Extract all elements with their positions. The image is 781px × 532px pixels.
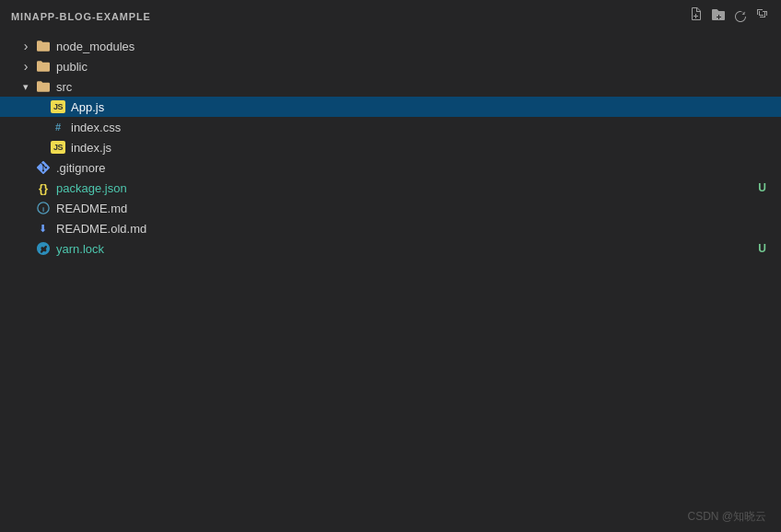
chevron-public — [18, 59, 33, 74]
tree-item-package-json[interactable]: {} package.json U — [0, 178, 781, 198]
package-json-badge: U — [758, 181, 766, 194]
md-old-icon-readme-old: ⬇ — [35, 221, 52, 236]
tree-item-readme-old-md[interactable]: ⬇ README.old.md — [0, 218, 781, 238]
svg-text:i: i — [42, 205, 44, 214]
js-icon-index-js: JS — [50, 140, 66, 155]
readme-md-label: README.md — [56, 202, 781, 215]
css-icon-index-css: # — [50, 120, 66, 134]
yarn-lock-badge: U — [758, 242, 766, 255]
tree-item-yarn-lock[interactable]: yarn.lock U — [0, 238, 781, 259]
tree-item-node-modules[interactable]: node_modules — [0, 36, 781, 56]
tree-item-index-js[interactable]: JS index.js — [0, 137, 781, 157]
json-icon-package-json: {} — [35, 180, 52, 195]
index-js-label: index.js — [71, 141, 781, 155]
svg-text:⬇: ⬇ — [39, 223, 47, 234]
yarn-lock-label: yarn.lock — [56, 242, 758, 256]
app-js-label: App.js — [71, 100, 781, 114]
header-icons — [689, 7, 770, 25]
tree-item-public[interactable]: public — [0, 56, 781, 76]
tree-item-readme-md[interactable]: i README.md — [0, 198, 781, 218]
tree-item-index-css[interactable]: # index.css — [0, 117, 781, 137]
folder-icon-public — [35, 59, 52, 74]
collapse-all-icon[interactable] — [755, 7, 770, 25]
folder-icon-node-modules — [35, 39, 52, 53]
tree-item-gitignore[interactable]: .gitignore — [0, 157, 781, 178]
md-icon-readme: i — [35, 201, 52, 215]
chevron-node-modules — [18, 39, 33, 53]
public-label: public — [56, 60, 781, 74]
new-folder-icon[interactable] — [711, 7, 726, 25]
index-css-label: index.css — [71, 121, 781, 134]
tree-item-app-js[interactable]: JS App.js — [0, 97, 781, 117]
js-icon-app-js: JS — [50, 99, 66, 114]
git-icon-gitignore — [35, 160, 52, 175]
refresh-icon[interactable] — [733, 7, 748, 25]
explorer-title: MINAPP-BLOG-EXAMPLE — [11, 11, 151, 22]
file-tree: node_modules public src JS App.js — [0, 32, 781, 532]
package-json-label: package.json — [56, 181, 758, 195]
chevron-src — [18, 79, 33, 94]
yarn-icon-yarn-lock — [35, 241, 52, 256]
gitignore-label: .gitignore — [56, 161, 781, 175]
tree-item-src[interactable]: src — [0, 76, 781, 97]
explorer-container: MINAPP-BLOG-EXAMPLE — [0, 0, 781, 532]
explorer-header: MINAPP-BLOG-EXAMPLE — [0, 0, 781, 32]
watermark: CSDN @知晓云 — [687, 509, 766, 525]
readme-old-md-label: README.old.md — [56, 222, 781, 236]
folder-icon-src — [35, 79, 52, 94]
node-modules-label: node_modules — [56, 40, 781, 53]
src-label: src — [56, 80, 781, 94]
new-file-icon[interactable] — [689, 7, 704, 25]
